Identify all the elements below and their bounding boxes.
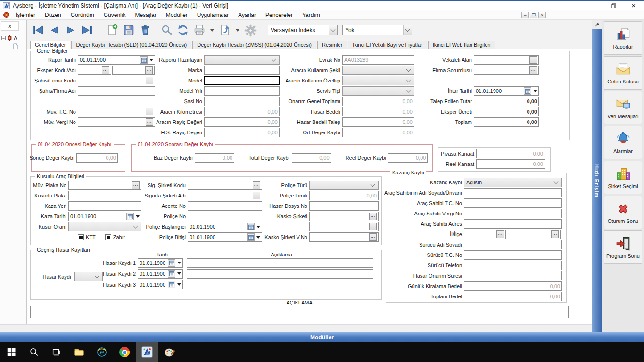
muv-t-c-no-input[interactable]: ... (78, 107, 155, 116)
zabit-checkbox[interactable]: Zabıt (105, 234, 125, 240)
muv-t-c-no-lookup-button[interactable]: ... (146, 108, 153, 115)
il-ilce-lookup-button-1[interactable]: ... (496, 230, 504, 238)
arac-sahibi-vergi-no-input[interactable] (464, 209, 562, 218)
tree-collapse-icon[interactable]: – (1, 36, 6, 40)
police-bitisi-dropdown-arrow[interactable] (256, 236, 260, 239)
il-ilce-input-1[interactable]: ... (464, 230, 506, 239)
hasar-kaydi-2-calendar-icon[interactable] (168, 270, 175, 278)
police-baslangici-dropdown-arrow[interactable] (256, 226, 260, 228)
menu-islemler[interactable]: İşlemler (11, 11, 40, 19)
alarmlar-button[interactable]: Alarmlar (604, 126, 642, 159)
hasar-kaydi-3-dropdown-arrow[interactable] (177, 283, 181, 286)
settings-gear-icon[interactable] (244, 24, 257, 37)
police-bitisi-calendar-icon[interactable] (247, 233, 255, 241)
hasar-kaydi-1-dropdown-arrow[interactable] (177, 262, 181, 264)
restore-button[interactable] (611, 3, 616, 8)
export-dropdown-arrow[interactable] (236, 29, 239, 32)
sig-sirketi-kodu-input[interactable]: ... (188, 181, 262, 190)
hasar-bedeli-talep-input[interactable]: 0,00 (342, 117, 414, 127)
ihtar-tarihi-dropdown-arrow[interactable] (533, 90, 537, 92)
menu-gorunum[interactable]: Görünüm (66, 11, 99, 19)
sasi-no-input[interactable] (204, 97, 280, 106)
aysberg-taskbar-icon[interactable] (136, 342, 158, 362)
kaza-yeri-input[interactable] (68, 201, 141, 211)
muv-vergi-no-lookup-button[interactable]: ... (146, 118, 153, 126)
muv-plaka-no-lookup-button[interactable]: ... (132, 181, 140, 189)
marka-input[interactable] (204, 66, 280, 75)
aracin-rayic-degeri-input[interactable]: 0,00 (204, 117, 280, 127)
hasar-kaydi-3-calendar-icon[interactable] (168, 281, 175, 288)
raporlar-button[interactable]: Raporlar (604, 21, 642, 55)
hasar-kaydi-3-date-input[interactable]: 01.01.1900 (138, 280, 183, 289)
rapor-tarihi-calendar-icon[interactable] (140, 56, 148, 64)
talep-edilen-tutar-input[interactable]: 0,00 (474, 97, 539, 106)
police-no-input[interactable] (188, 212, 262, 221)
save-button[interactable] (123, 24, 135, 36)
previous-record-button[interactable] (49, 25, 60, 35)
police-bitisi-date-input[interactable]: 01.01.1900 (188, 232, 262, 242)
kasko-sirketi-input[interactable]: ... (309, 212, 379, 221)
filter-combo[interactable]: Yok (342, 25, 412, 35)
eksper-kodu-adi-lookup-button-2[interactable]: ... (145, 66, 153, 74)
kusurlu-plaka-input[interactable] (68, 191, 141, 200)
muv-vergi-no-input[interactable]: ... (78, 117, 155, 127)
il-ilce-input-2[interactable]: ... (507, 230, 561, 239)
arac-sahibinin-adi-soyadi-unvani-input[interactable] (464, 188, 562, 197)
file-explorer-icon[interactable] (68, 342, 91, 362)
mdi-restore-button[interactable]: ❐ (530, 12, 537, 18)
kazanc-kaybi-select[interactable]: Açılsın (464, 178, 562, 187)
sigorta-sirketi-adi-input[interactable]: ... (188, 191, 262, 200)
menu-pencereler[interactable]: Pencereler (261, 11, 297, 19)
hasar-kaydi-2-dropdown-arrow[interactable] (177, 272, 181, 275)
sonuc-deger-kaybi-input[interactable]: 0,00 (76, 153, 118, 163)
firma-sorumlusu-lookup-button[interactable]: ... (529, 66, 537, 74)
kaza-tarihi-dropdown-arrow[interactable] (136, 215, 140, 218)
kusur-orani-select[interactable] (68, 222, 141, 231)
delete-button[interactable] (139, 24, 151, 36)
eksper-kodu-adi-input-2[interactable]: ... (112, 66, 155, 75)
paint-app-icon[interactable] (158, 342, 181, 362)
kasko-sirketi-v-no-lookup-button[interactable]: ... (369, 233, 377, 241)
menu-mesajlar[interactable]: Mesajlar (130, 11, 161, 19)
next-record-button[interactable] (65, 25, 76, 35)
hasar-kaydi-1-date-input[interactable]: 01.01.1900 (138, 258, 183, 268)
tab-deger-kaybi-hesabi-sed-01-04-2020-oncesi[interactable]: Değer Kaybı Hesabı (SED) (01.04.2020 Önc… (71, 41, 191, 49)
mdi-minimize-button[interactable]: – (521, 12, 529, 18)
eksper-ucreti-input[interactable]: 0,00 (474, 107, 539, 116)
piyasa-kanaat-input[interactable]: 0,00 (476, 149, 545, 158)
field-input[interactable]: ... (309, 222, 379, 231)
eksper-kodu-adi-input-1[interactable]: ... (78, 66, 111, 75)
hasar-dosya-no-input[interactable] (309, 201, 379, 211)
toplam-input[interactable]: 0,00 (474, 117, 539, 127)
evrak-no-input[interactable]: AA013289 (342, 55, 414, 65)
hasar-kaydi-2-date-input[interactable]: 01.01.1900 (138, 269, 183, 279)
menu-moduller[interactable]: Modüller (161, 11, 192, 19)
reel-deger-kaybi-input[interactable]: 0,00 (388, 153, 428, 163)
sahis-firma-kodu-input[interactable]: ... (78, 76, 155, 85)
ktt-checkbox[interactable]: KTT (78, 234, 96, 240)
oturum-sonu-button[interactable]: Oturum Sonu (604, 196, 642, 229)
menu-duzen[interactable]: Düzen (40, 11, 66, 19)
hasar-kaydi-1-aciklama-input[interactable] (187, 258, 373, 268)
aciklama-input[interactable] (30, 306, 569, 318)
acente-no-input[interactable] (188, 201, 262, 211)
menu-yardim[interactable]: Yardım (297, 11, 325, 19)
rapor-tarihi-date-input[interactable]: 01.01.1900 (78, 55, 155, 65)
sahis-firma-kodu-lookup-button[interactable]: ... (146, 77, 153, 84)
police-baslangici-calendar-icon[interactable] (247, 223, 255, 230)
police-baslangici-date-input[interactable]: 01.01.1900 (188, 222, 262, 231)
combo-arrow-button[interactable] (403, 25, 412, 35)
sigorta-sirketi-adi-lookup-button[interactable]: ... (253, 192, 260, 199)
hasar-kaydi-3-aciklama-input[interactable] (187, 280, 373, 289)
tree-child-item[interactable] (12, 43, 18, 50)
task-view-icon[interactable] (45, 342, 68, 362)
arac-sahibi-t-c-no-input[interactable] (464, 198, 562, 208)
menu-ayarlar[interactable]: Ayarlar (233, 11, 261, 19)
chrome-icon[interactable] (113, 342, 136, 362)
onarim-genel-toplami-input[interactable]: 0,00 (342, 97, 414, 106)
default-index-combo[interactable]: Varsayılan İndeks (268, 25, 338, 35)
menu-uygulamalar[interactable]: Uygulamalar (192, 11, 233, 19)
tab-ikinci-el-web-ilan-bilgileri[interactable]: İkinci El Web İlan Bilgileri (428, 41, 495, 49)
model-input[interactable] (204, 76, 280, 85)
eksper-kodu-adi-lookup-button-1[interactable]: ... (102, 66, 109, 74)
